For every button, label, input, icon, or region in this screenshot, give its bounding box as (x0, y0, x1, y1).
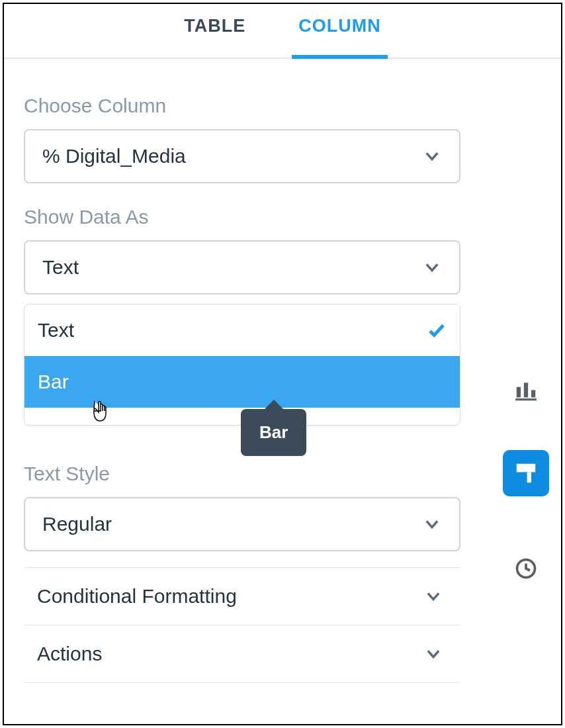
history-mode-button[interactable] (503, 545, 549, 592)
svg-rect-1 (524, 383, 528, 397)
svg-rect-0 (517, 387, 521, 398)
dropdown-option-text[interactable]: Text (24, 304, 460, 356)
svg-rect-2 (531, 390, 535, 397)
dropdown-option-label: Text (38, 319, 74, 341)
chevron-down-icon (422, 257, 442, 277)
tab-table[interactable]: TABLE (177, 16, 252, 58)
svg-rect-5 (527, 472, 531, 482)
show-data-as-value: Text (42, 256, 79, 279)
chevron-down-icon (423, 644, 443, 664)
tooltip-bar: Bar (241, 409, 306, 456)
show-data-as-select[interactable]: Text (24, 240, 460, 295)
tab-column[interactable]: COLUMN (292, 16, 387, 59)
pointer-cursor-icon (87, 400, 110, 426)
svg-rect-3 (515, 398, 537, 400)
show-data-as-label: Show Data As (24, 206, 460, 228)
format-mode-button[interactable] (503, 450, 549, 496)
column-settings-panel: Choose Column % Digital_Media Show Data … (4, 59, 480, 683)
text-style-select[interactable]: Regular (24, 497, 460, 551)
accordion-conditional-formatting[interactable]: Conditional Formatting (24, 567, 460, 625)
choose-column-value: % Digital_Media (42, 145, 186, 167)
check-icon (427, 320, 447, 340)
text-style-label: Text Style (24, 463, 460, 485)
accordion-actions[interactable]: Actions (24, 625, 460, 683)
dropdown-option-label: Bar (38, 371, 69, 393)
chart-mode-button[interactable] (503, 368, 549, 414)
text-style-value: Regular (42, 513, 112, 535)
accordion-label: Actions (37, 643, 102, 665)
svg-rect-4 (517, 464, 536, 473)
chevron-down-icon (423, 586, 443, 606)
chevron-down-icon (422, 146, 442, 166)
side-rail (503, 368, 549, 592)
chevron-down-icon (422, 514, 442, 534)
choose-column-label: Choose Column (24, 95, 460, 117)
accordion-label: Conditional Formatting (37, 585, 237, 608)
choose-column-select[interactable]: % Digital_Media (24, 129, 460, 183)
tab-bar: TABLE COLUMN (4, 4, 561, 59)
